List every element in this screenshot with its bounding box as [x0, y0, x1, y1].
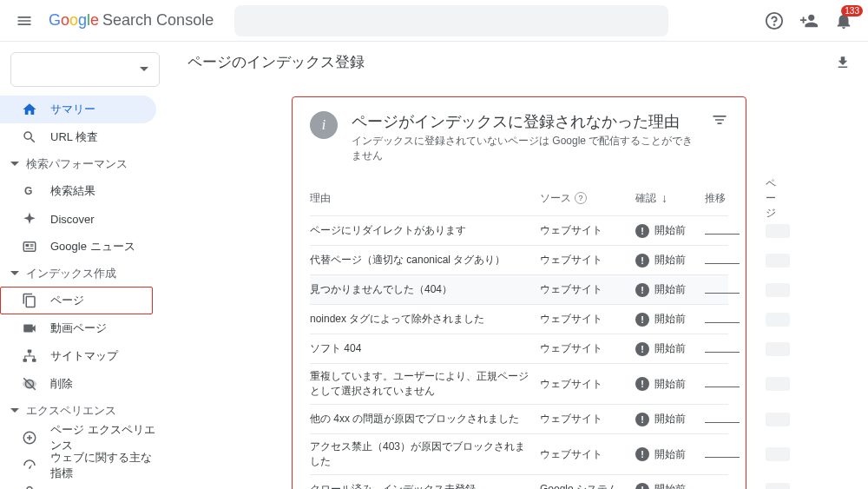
sidebar-item-label: Google ニュース	[50, 239, 135, 254]
cell-source: ウェブサイト	[540, 282, 635, 297]
table-row[interactable]: クロール済み - インデックス未登録 Google システム !開始前	[310, 474, 728, 489]
sidebar-section-header[interactable]: インデックス作成	[0, 261, 170, 287]
table-row[interactable]: noindex タグによって除外されました ウェブサイト !開始前	[310, 304, 728, 334]
sidebar-section-header[interactable]: エクスペリエンス	[0, 398, 170, 424]
cell-confirm: !開始前	[635, 312, 705, 327]
speed-icon	[21, 457, 38, 474]
cell-reason: noindex タグによって除外されました	[310, 312, 540, 327]
search-input[interactable]	[234, 5, 668, 36]
cell-reason: 他の 4xx の問題が原因でブロックされました	[310, 412, 540, 426]
sidebar-item-Discover[interactable]: Discover	[0, 205, 170, 233]
cell-reason: 重複しています。ユーザーにより、正規ページとして選択されていません	[310, 369, 540, 399]
sidebar-item-URL 検査[interactable]: URL 検査	[0, 123, 170, 151]
card-subtitle: インデックスに登録されていないページは Google で配信することができません	[352, 134, 697, 163]
table-row[interactable]: 重複しています。ユーザーにより、正規ページとして選択されていません ウェブサイト…	[310, 363, 728, 404]
cell-pages	[766, 254, 790, 268]
error-icon: !	[635, 283, 649, 297]
help-icon[interactable]	[764, 10, 785, 31]
cell-pages	[766, 483, 790, 490]
lock-icon	[21, 485, 38, 489]
col-header-confirm[interactable]: 確認 ↓	[635, 191, 705, 206]
notification-badge: 133	[841, 5, 863, 17]
cell-pages	[766, 447, 790, 461]
sidebar-item-label: 検索結果	[50, 183, 95, 199]
error-icon: !	[635, 342, 649, 356]
cell-reason: アクセス禁止（403）が原因でブロックされました	[310, 439, 540, 469]
info-icon: i	[310, 111, 338, 139]
cell-reason: クロール済み - インデックス未登録	[310, 482, 540, 489]
error-icon: !	[635, 224, 649, 238]
cell-trend	[705, 284, 766, 296]
sidebar-item-動画ページ[interactable]: 動画ページ	[0, 314, 170, 342]
table-row[interactable]: 他の 4xx の問題が原因でブロックされました ウェブサイト !開始前	[310, 404, 728, 433]
help-tooltip-icon[interactable]: ?	[575, 192, 587, 204]
cell-trend	[705, 254, 766, 267]
svg-rect-9	[23, 359, 28, 362]
cell-trend	[705, 484, 766, 490]
svg-rect-3	[23, 242, 36, 252]
col-header-pages[interactable]: ページ	[766, 176, 776, 221]
sidebar-item-label: 削除	[50, 376, 73, 392]
table-row[interactable]: アクセス禁止（403）が原因でブロックされました ウェブサイト !開始前	[310, 433, 728, 474]
table-row[interactable]: 代替ページ（適切な canonical タグあり） ウェブサイト !開始前	[310, 245, 728, 274]
main-content: ページのインデックス登録 i ページがインデックスに登録されなかった理由 インデ…	[170, 42, 868, 489]
property-selector[interactable]	[10, 52, 160, 87]
hamburger-menu-icon[interactable]	[14, 10, 35, 31]
cell-confirm: !開始前	[635, 482, 705, 489]
svg-rect-10	[32, 359, 36, 362]
sidebar-item-サイトマップ[interactable]: サイトマップ	[0, 342, 170, 370]
sidebar-item-label: ページ	[50, 293, 84, 308]
cell-pages	[766, 377, 790, 391]
cell-source: ウェブサイト	[540, 377, 635, 392]
table-row[interactable]: 見つかりませんでした（404） ウェブサイト !開始前	[310, 274, 728, 304]
reasons-card: i ページがインデックスに登録されなかった理由 インデックスに登録されていないペ…	[292, 96, 746, 489]
cell-reason: ページにリダイレクトがあります	[310, 223, 540, 238]
error-icon: !	[635, 447, 649, 461]
col-header-source[interactable]: ソース ?	[540, 191, 635, 206]
table-header-row: 理由 ソース ? 確認 ↓ 推移 ページ	[310, 181, 728, 215]
sidebar-item-ウェブに関する主な指標[interactable]: ウェブに関する主な指標	[0, 452, 170, 479]
filter-icon[interactable]	[711, 111, 728, 129]
table-row[interactable]: ソフト 404 ウェブサイト !開始前	[310, 334, 728, 363]
product-name: Search Console	[102, 11, 214, 30]
people-icon[interactable]	[799, 10, 819, 31]
cell-confirm: !開始前	[635, 253, 705, 268]
col-header-trend[interactable]: 推移	[705, 191, 766, 206]
news-icon	[21, 238, 38, 255]
sidebar-item-削除[interactable]: 削除	[0, 370, 170, 398]
sidebar-item-検索結果[interactable]: G検索結果	[0, 177, 170, 205]
cell-confirm: !開始前	[635, 223, 705, 238]
sidebar-item-サマリー[interactable]: サマリー	[0, 96, 156, 123]
cell-confirm: !開始前	[635, 282, 705, 297]
col-header-reason[interactable]: 理由	[310, 191, 540, 206]
video-icon	[21, 320, 38, 337]
app-header: Google Search Console 133	[0, 0, 868, 42]
cell-pages	[766, 224, 790, 238]
pages-icon	[21, 292, 38, 309]
svg-point-1	[774, 24, 775, 25]
search-icon	[21, 129, 38, 146]
cell-pages	[766, 413, 790, 426]
notifications-icon[interactable]: 133	[833, 10, 854, 31]
cell-reason: 見つかりませんでした（404）	[310, 282, 540, 297]
download-icon[interactable]	[835, 55, 851, 70]
plus-icon	[21, 429, 38, 446]
sidebar-section-header[interactable]: 検索パフォーマンス	[0, 151, 170, 177]
logo[interactable]: Google Search Console	[49, 11, 214, 30]
sidebar-item-label: ページ エクスペリエンス	[50, 422, 156, 453]
svg-rect-4	[26, 244, 30, 247]
google-logo: Google	[49, 11, 99, 30]
sidebar-item-ページ[interactable]: ページ	[0, 287, 153, 314]
card-title: ページがインデックスに登録されなかった理由	[352, 111, 697, 132]
sidebar-item-label: URL 検査	[50, 129, 98, 145]
sidebar-item-Google ニュース[interactable]: Google ニュース	[0, 233, 170, 261]
table-row[interactable]: ページにリダイレクトがあります ウェブサイト !開始前	[310, 215, 728, 245]
sidebar-item-label: 動画ページ	[50, 320, 107, 336]
sidebar-item-label: ウェブに関する主な指標	[50, 450, 156, 481]
cell-source: ウェブサイト	[540, 447, 635, 462]
error-icon: !	[635, 313, 649, 327]
sidebar-item-ページ エクスペリエンス[interactable]: ページ エクスペリエンス	[0, 424, 170, 452]
cell-trend	[705, 225, 766, 237]
svg-text:G: G	[24, 185, 32, 197]
remove-icon	[21, 375, 38, 393]
